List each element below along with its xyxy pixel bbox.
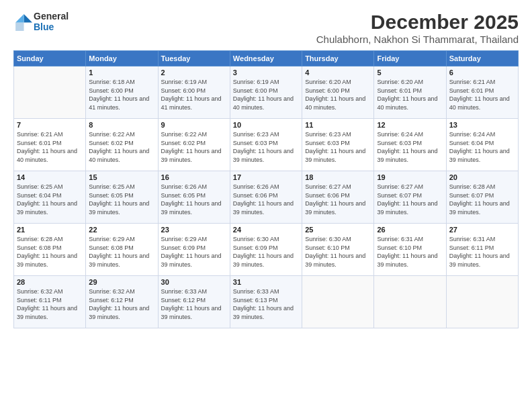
calendar-cell: 24Sunrise: 6:30 AMSunset: 6:09 PMDayligh… xyxy=(230,224,302,276)
day-number: 13 xyxy=(449,121,515,129)
calendar-cell xyxy=(14,66,86,119)
day-number: 24 xyxy=(233,226,299,234)
day-number: 27 xyxy=(449,226,515,234)
day-number: 12 xyxy=(377,121,443,129)
calendar-cell: 1Sunrise: 6:18 AMSunset: 6:00 PMDaylight… xyxy=(86,66,158,119)
calendar-cell: 14Sunrise: 6:25 AMSunset: 6:04 PMDayligh… xyxy=(14,171,86,224)
day-info: Sunrise: 6:26 AMSunset: 6:06 PMDaylight:… xyxy=(233,183,299,216)
day-info: Sunrise: 6:19 AMSunset: 6:00 PMDaylight:… xyxy=(233,78,299,111)
calendar-cell: 20Sunrise: 6:28 AMSunset: 6:07 PMDayligh… xyxy=(446,171,518,224)
day-number: 14 xyxy=(17,173,83,181)
day-number: 21 xyxy=(17,226,83,234)
day-number: 10 xyxy=(233,121,299,129)
day-info: Sunrise: 6:33 AMSunset: 6:13 PMDaylight:… xyxy=(233,287,299,321)
day-info: Sunrise: 6:32 AMSunset: 6:12 PMDaylight:… xyxy=(89,287,154,321)
day-number: 3 xyxy=(233,68,299,77)
day-info: Sunrise: 6:31 AMSunset: 6:11 PMDaylight:… xyxy=(449,235,515,269)
day-info: Sunrise: 6:29 AMSunset: 6:09 PMDaylight:… xyxy=(161,235,227,269)
logo-icon xyxy=(13,12,32,31)
calendar-cell: 17Sunrise: 6:26 AMSunset: 6:06 PMDayligh… xyxy=(230,171,302,224)
day-number: 16 xyxy=(161,173,227,181)
calendar-table: SundayMondayTuesdayWednesdayThursdayFrid… xyxy=(13,50,519,328)
day-number: 6 xyxy=(449,68,515,77)
day-info: Sunrise: 6:25 AMSunset: 6:05 PMDaylight:… xyxy=(89,183,154,216)
calendar-cell: 8Sunrise: 6:22 AMSunset: 6:02 PMDaylight… xyxy=(86,119,158,171)
weekday-header-friday: Friday xyxy=(374,51,446,66)
day-number: 26 xyxy=(377,226,443,234)
day-number: 5 xyxy=(377,68,443,77)
calendar-cell: 19Sunrise: 6:27 AMSunset: 6:07 PMDayligh… xyxy=(374,171,446,224)
calendar-cell: 13Sunrise: 6:24 AMSunset: 6:04 PMDayligh… xyxy=(446,119,518,171)
svg-marker-0 xyxy=(24,14,32,22)
logo-text: General Blue xyxy=(34,11,69,32)
day-info: Sunrise: 6:31 AMSunset: 6:10 PMDaylight:… xyxy=(377,235,443,269)
calendar-cell: 6Sunrise: 6:21 AMSunset: 6:01 PMDaylight… xyxy=(446,66,518,119)
weekday-header-thursday: Thursday xyxy=(302,51,374,66)
calendar-cell: 15Sunrise: 6:25 AMSunset: 6:05 PMDayligh… xyxy=(86,171,158,224)
calendar-cell: 4Sunrise: 6:20 AMSunset: 6:00 PMDaylight… xyxy=(302,66,374,119)
calendar-cell: 2Sunrise: 6:19 AMSunset: 6:00 PMDaylight… xyxy=(158,66,230,119)
day-info: Sunrise: 6:32 AMSunset: 6:11 PMDaylight:… xyxy=(17,287,83,321)
day-info: Sunrise: 6:33 AMSunset: 6:12 PMDaylight:… xyxy=(161,287,227,321)
header: General Blue December 2025 Chulabhorn, N… xyxy=(13,11,519,45)
calendar-cell: 11Sunrise: 6:23 AMSunset: 6:03 PMDayligh… xyxy=(302,119,374,171)
day-info: Sunrise: 6:30 AMSunset: 6:09 PMDaylight:… xyxy=(233,235,299,269)
calendar-cell: 3Sunrise: 6:19 AMSunset: 6:00 PMDaylight… xyxy=(230,66,302,119)
weekday-header-saturday: Saturday xyxy=(446,51,518,66)
day-number: 9 xyxy=(161,121,227,129)
day-number: 23 xyxy=(161,226,227,234)
day-info: Sunrise: 6:26 AMSunset: 6:05 PMDaylight:… xyxy=(161,183,227,216)
title-block: December 2025 Chulabhorn, Nakhon Si Tham… xyxy=(316,11,519,45)
day-number: 25 xyxy=(305,226,371,234)
day-number: 29 xyxy=(89,278,154,286)
day-number: 20 xyxy=(449,173,515,181)
calendar-cell: 30Sunrise: 6:33 AMSunset: 6:12 PMDayligh… xyxy=(158,276,230,328)
day-number: 15 xyxy=(89,173,154,181)
day-info: Sunrise: 6:28 AMSunset: 6:08 PMDaylight:… xyxy=(17,235,83,269)
day-number: 22 xyxy=(89,226,154,234)
calendar-cell: 21Sunrise: 6:28 AMSunset: 6:08 PMDayligh… xyxy=(14,224,86,276)
day-number: 31 xyxy=(233,278,299,286)
calendar-cell: 28Sunrise: 6:32 AMSunset: 6:11 PMDayligh… xyxy=(14,276,86,328)
location: Chulabhorn, Nakhon Si Thammarat, Thailan… xyxy=(316,34,519,45)
svg-marker-2 xyxy=(15,23,24,31)
calendar-cell: 23Sunrise: 6:29 AMSunset: 6:09 PMDayligh… xyxy=(158,224,230,276)
day-info: Sunrise: 6:22 AMSunset: 6:02 PMDaylight:… xyxy=(89,130,154,164)
calendar-cell: 16Sunrise: 6:26 AMSunset: 6:05 PMDayligh… xyxy=(158,171,230,224)
day-number: 28 xyxy=(17,278,83,286)
calendar-cell xyxy=(302,276,374,328)
day-number: 1 xyxy=(89,68,154,77)
day-info: Sunrise: 6:19 AMSunset: 6:00 PMDaylight:… xyxy=(161,78,227,111)
calendar-cell: 18Sunrise: 6:27 AMSunset: 6:06 PMDayligh… xyxy=(302,171,374,224)
calendar-cell: 31Sunrise: 6:33 AMSunset: 6:13 PMDayligh… xyxy=(230,276,302,328)
calendar-cell xyxy=(446,276,518,328)
calendar-cell: 27Sunrise: 6:31 AMSunset: 6:11 PMDayligh… xyxy=(446,224,518,276)
page: General Blue December 2025 Chulabhorn, N… xyxy=(0,0,532,411)
calendar-cell: 12Sunrise: 6:24 AMSunset: 6:03 PMDayligh… xyxy=(374,119,446,171)
day-number: 19 xyxy=(377,173,443,181)
day-number: 30 xyxy=(161,278,227,286)
calendar-cell: 26Sunrise: 6:31 AMSunset: 6:10 PMDayligh… xyxy=(374,224,446,276)
day-info: Sunrise: 6:30 AMSunset: 6:10 PMDaylight:… xyxy=(305,235,371,269)
day-number: 18 xyxy=(305,173,371,181)
day-info: Sunrise: 6:28 AMSunset: 6:07 PMDaylight:… xyxy=(449,183,515,216)
day-info: Sunrise: 6:24 AMSunset: 6:03 PMDaylight:… xyxy=(377,130,443,164)
day-number: 8 xyxy=(89,121,154,129)
calendar-cell: 9Sunrise: 6:22 AMSunset: 6:02 PMDaylight… xyxy=(158,119,230,171)
calendar-cell: 22Sunrise: 6:29 AMSunset: 6:08 PMDayligh… xyxy=(86,224,158,276)
day-number: 17 xyxy=(233,173,299,181)
calendar-cell: 7Sunrise: 6:21 AMSunset: 6:01 PMDaylight… xyxy=(14,119,86,171)
day-info: Sunrise: 6:29 AMSunset: 6:08 PMDaylight:… xyxy=(89,235,154,269)
calendar-cell: 29Sunrise: 6:32 AMSunset: 6:12 PMDayligh… xyxy=(86,276,158,328)
logo: General Blue xyxy=(13,11,69,32)
day-info: Sunrise: 6:27 AMSunset: 6:07 PMDaylight:… xyxy=(377,183,443,216)
day-info: Sunrise: 6:27 AMSunset: 6:06 PMDaylight:… xyxy=(305,183,371,216)
day-info: Sunrise: 6:23 AMSunset: 6:03 PMDaylight:… xyxy=(233,130,299,164)
calendar-cell: 5Sunrise: 6:20 AMSunset: 6:01 PMDaylight… xyxy=(374,66,446,119)
day-number: 2 xyxy=(161,68,227,77)
weekday-header-wednesday: Wednesday xyxy=(230,51,302,66)
calendar-cell: 10Sunrise: 6:23 AMSunset: 6:03 PMDayligh… xyxy=(230,119,302,171)
day-info: Sunrise: 6:20 AMSunset: 6:00 PMDaylight:… xyxy=(305,78,371,111)
day-info: Sunrise: 6:21 AMSunset: 6:01 PMDaylight:… xyxy=(449,78,515,111)
month-year: December 2025 xyxy=(316,11,519,34)
